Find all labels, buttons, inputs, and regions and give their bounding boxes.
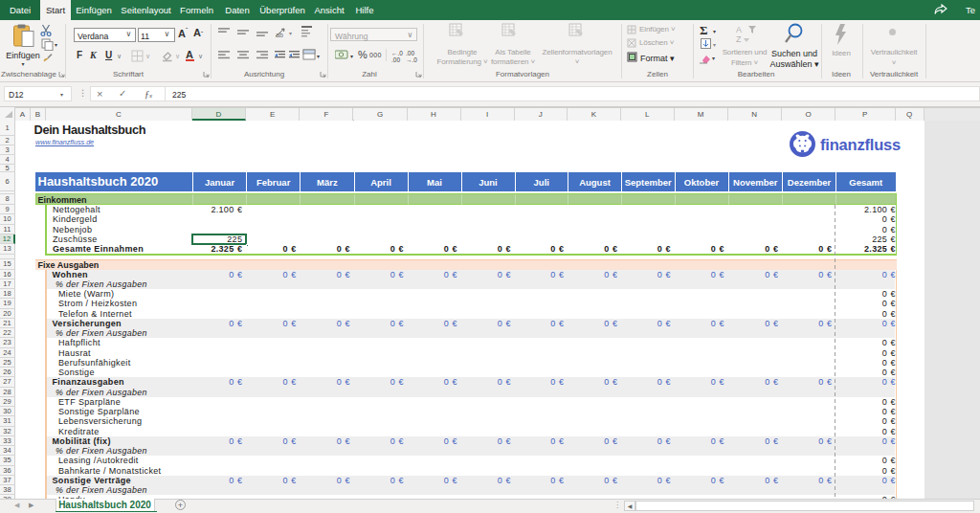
svg-text:Z: Z — [736, 34, 742, 43]
svg-text:finanzfluss: finanzfluss — [820, 136, 901, 153]
svg-text:A: A — [736, 25, 742, 34]
svg-text:ab: ab — [276, 32, 283, 38]
